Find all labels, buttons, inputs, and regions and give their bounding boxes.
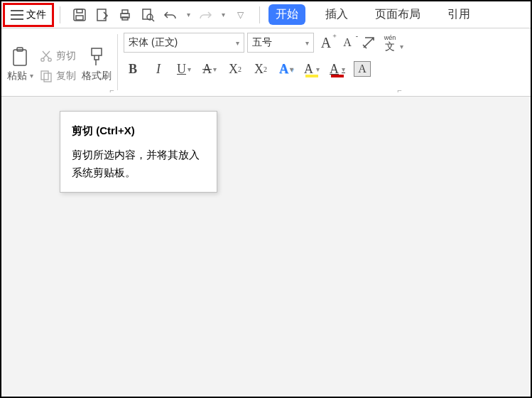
scissors-icon <box>39 49 53 63</box>
chevron-down-icon: ▾ <box>188 65 191 73</box>
redo-icon[interactable] <box>197 7 213 23</box>
font-color-icon[interactable]: A ▾ <box>328 60 347 78</box>
text-effects-icon[interactable]: A▾ <box>277 60 295 78</box>
svg-rect-15 <box>92 48 102 55</box>
font-size-combo[interactable]: 五号 ▾ <box>247 33 314 53</box>
bold-icon[interactable]: B <box>124 60 142 78</box>
italic-icon[interactable]: I <box>149 60 168 78</box>
format-painter-label: 格式刷 <box>82 70 112 82</box>
paste-dropdown-icon: ▾ <box>30 72 33 80</box>
customize-qat-icon[interactable]: ▽ <box>232 7 248 23</box>
chevron-down-icon: ▾ <box>232 39 239 47</box>
paste-icon <box>10 47 31 68</box>
chevron-down-icon: ▾ <box>342 65 345 73</box>
tooltip: 剪切 (Ctrl+X) 剪切所选内容，并将其放入系统剪贴板。 <box>60 111 217 193</box>
chevron-down-icon: ▾ <box>290 65 293 73</box>
quick-access-toolbar: 文件 ▾ ▾ ▽ 开始 插入 页面布局 引用 <box>1 1 531 28</box>
cut-label: 剪切 <box>56 50 76 63</box>
quick-access-icons: ▾ ▾ ▽ <box>65 7 255 23</box>
underline-icon[interactable]: U▾ <box>175 60 193 78</box>
ribbon: 粘贴▾ 剪切 复制 格式刷 ⌐ <box>1 28 531 97</box>
letter-a: A <box>343 36 352 49</box>
undo-dropdown[interactable]: ▾ <box>187 11 190 18</box>
tab-start[interactable]: 开始 <box>268 4 305 25</box>
svg-rect-13 <box>41 71 48 80</box>
highlight-icon[interactable]: A ▾ <box>303 60 321 78</box>
svg-rect-6 <box>122 17 128 20</box>
tab-insert[interactable]: 插入 <box>318 4 355 25</box>
copy-button[interactable]: 复制 <box>39 68 76 85</box>
format-painter-button[interactable]: 格式刷 <box>82 47 112 82</box>
font-size-value: 五号 <box>252 36 272 49</box>
save-icon[interactable] <box>72 7 87 23</box>
svg-rect-5 <box>122 10 128 14</box>
hamburger-icon <box>11 10 23 20</box>
brush-icon <box>86 47 107 68</box>
redo-dropdown[interactable]: ▾ <box>222 11 225 18</box>
superscript-icon[interactable]: X2 <box>226 60 244 78</box>
file-menu-button[interactable]: 文件 <box>3 3 54 27</box>
strikethrough-icon[interactable]: A▾ <box>200 60 219 78</box>
clear-formatting-icon[interactable] <box>359 33 378 52</box>
print-icon[interactable] <box>117 7 133 23</box>
clipboard-launcher[interactable]: ⌐ <box>110 86 114 95</box>
tooltip-title: 剪切 (Ctrl+X) <box>72 122 205 140</box>
file-label: 文件 <box>26 9 46 21</box>
clipboard-group: 粘贴▾ 剪切 复制 格式刷 ⌐ <box>1 28 117 96</box>
highlight-swatch <box>305 75 318 77</box>
ribbon-tabs: 开始 插入 页面布局 引用 <box>264 4 477 25</box>
cut-button[interactable]: 剪切 <box>39 48 76 65</box>
chevron-down-icon: ▾ <box>400 43 403 50</box>
tab-reference[interactable]: 引用 <box>440 4 477 25</box>
font-launcher[interactable]: ⌐ <box>398 86 402 95</box>
chevron-down-icon: ▾ <box>316 65 320 73</box>
paste-label: 粘贴 <box>7 70 27 82</box>
svg-rect-2 <box>76 16 83 20</box>
svg-point-11 <box>41 58 44 60</box>
letter-a: A <box>321 35 331 51</box>
font-name-value: 宋体 (正文) <box>129 36 178 49</box>
increase-font-icon[interactable]: A+ <box>317 33 335 52</box>
print-preview-icon[interactable] <box>140 7 156 23</box>
font-name-combo[interactable]: 宋体 (正文) ▾ <box>124 33 244 53</box>
export-pdf-icon[interactable] <box>94 7 110 23</box>
separator <box>259 6 260 23</box>
character-shading-icon[interactable]: A <box>354 61 371 77</box>
font-group: 宋体 (正文) ▾ 五号 ▾ A+ A- wén 文 ▾ B <box>118 28 405 96</box>
fontcolor-swatch <box>331 75 344 77</box>
svg-rect-1 <box>77 9 82 13</box>
tooltip-body: 剪切所选内容，并将其放入系统剪贴板。 <box>72 146 205 182</box>
paste-button[interactable]: 粘贴▾ <box>7 47 33 82</box>
svg-rect-9 <box>13 50 26 65</box>
chevron-down-icon: ▾ <box>301 39 309 47</box>
chevron-down-icon: ▾ <box>213 65 217 73</box>
svg-point-12 <box>48 58 51 60</box>
decrease-font-icon[interactable]: A- <box>338 33 357 52</box>
tab-layout[interactable]: 页面布局 <box>368 4 428 25</box>
svg-rect-14 <box>44 73 51 82</box>
phonetic-guide-icon[interactable]: wén 文 ▾ <box>381 33 399 52</box>
copy-icon <box>39 69 53 83</box>
separator <box>60 6 60 23</box>
subscript-icon[interactable]: X2 <box>251 60 270 78</box>
undo-icon[interactable] <box>163 7 178 23</box>
copy-label: 复制 <box>56 70 76 82</box>
